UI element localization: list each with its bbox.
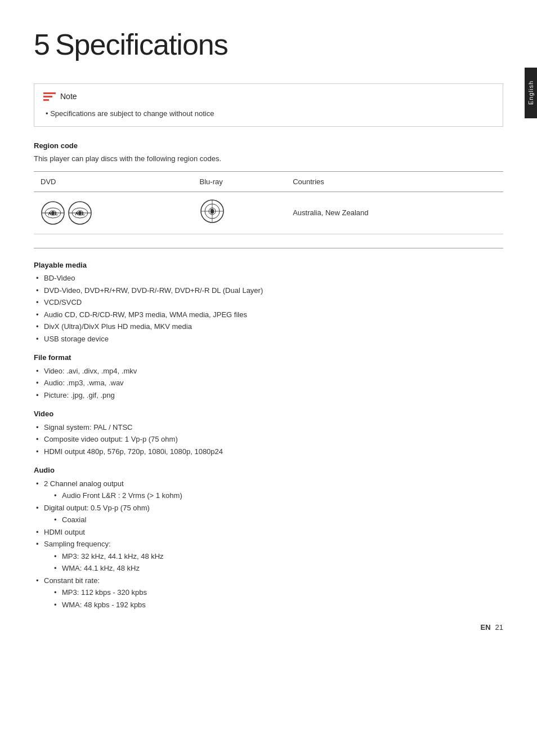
audio-sub-list-4: MP3: 112 kbps - 320 kpbs WMA: 48 kpbs - … (44, 587, 503, 610)
list-item: BD-Video (34, 273, 503, 284)
list-item: USB storage device (34, 333, 503, 345)
video-title: Video (34, 408, 503, 420)
audio-item-1: Digital output: 0.5 Vp-p (75 ohm) (44, 504, 150, 512)
audio-sub-list-1: Coaxial (44, 514, 503, 526)
side-tab: English (525, 68, 537, 118)
audio-item-4: Constant bit rate: (44, 576, 100, 585)
file-format-section: File format Video: .avi, .divx, .mp4, .m… (34, 352, 503, 401)
file-format-title: File format (34, 352, 503, 363)
col-bluray: Blu-ray (193, 171, 287, 192)
list-item: Signal system: PAL / NTSC (34, 422, 503, 433)
audio-sub-list-3: MP3: 32 kHz, 44.1 kHz, 48 kHz WMA: 44.1 … (44, 551, 503, 574)
list-item: WMA: 44.1 kHz, 48 kHz (44, 563, 503, 574)
file-format-list: Video: .avi, .divx, .mp4, .mkv Audio: .m… (34, 366, 503, 401)
page-footer: EN 21 (480, 622, 503, 633)
note-item-text: Specifications are subject to change wit… (50, 109, 214, 118)
note-header: Note (43, 91, 494, 103)
page-container: English 5Specifications Note • Specifica… (0, 0, 537, 650)
list-item: Composite video output: 1 Vp-p (75 ohm) (34, 434, 503, 445)
svg-point-11 (78, 211, 82, 215)
note-icon (43, 92, 56, 101)
audio-section: Audio 2 Channel analog output Audio Fron… (34, 465, 503, 610)
list-item: DivX (Ultra)/DivX Plus HD media, MKV med… (34, 321, 503, 332)
video-section: Video Signal system: PAL / NTSC Composit… (34, 408, 503, 457)
list-item: Sampling frequency: MP3: 32 kHz, 44.1 kH… (34, 539, 503, 574)
audio-item-3: Sampling frequency: (44, 540, 111, 548)
note-bullet: • (46, 109, 50, 118)
dvd-all-icon-1: ALL (41, 201, 65, 225)
list-item: DVD-Video, DVD+R/+RW, DVD-R/-RW, DVD+R/-… (34, 285, 503, 296)
page-number: 21 (495, 622, 503, 633)
list-item: WMA: 48 kpbs - 192 kpbs (44, 599, 503, 611)
audio-item-0: 2 Channel analog output (44, 479, 124, 488)
list-item: VCD/SVCD (34, 297, 503, 308)
playable-media-section: Playable media BD-Video DVD-Video, DVD+R… (34, 260, 503, 345)
audio-list: 2 Channel analog output Audio Front L&R … (34, 478, 503, 611)
list-item: 2 Channel analog output Audio Front L&R … (34, 478, 503, 501)
list-item: Audio CD, CD-R/CD-RW, MP3 media, WMA med… (34, 309, 503, 321)
region-table: DVD Blu-ray Countries (34, 171, 503, 234)
countries-cell: Australia, New Zealand (286, 192, 503, 234)
list-item: MP3: 32 kHz, 44.1 kHz, 48 kHz (44, 551, 503, 562)
note-box: Note • Specifications are subject to cha… (34, 83, 503, 127)
region-code-section: Region code This player can play discs w… (34, 140, 503, 234)
list-item: Constant bit rate: MP3: 112 kbps - 320 k… (34, 575, 503, 611)
audio-sub-list-0: Audio Front L&R : 2 Vrms (> 1 kohm) (44, 490, 503, 501)
note-label: Note (60, 91, 77, 103)
title-text: Specifications (55, 28, 228, 61)
region-code-title: Region code (34, 140, 503, 152)
page-title: 5Specifications (34, 23, 503, 66)
list-item: HDMI output 480p, 576p, 720p, 1080i, 108… (34, 446, 503, 457)
dvd-all-icon-2: ALL (68, 201, 92, 225)
col-countries: Countries (286, 171, 503, 192)
list-item: Picture: .jpg, .gif, .png (34, 390, 503, 401)
bluray-icon-cell: B (193, 192, 287, 234)
audio-title: Audio (34, 465, 503, 476)
note-item-1: • Specifications are subject to change w… (43, 108, 494, 119)
table-row: ALL ALL (34, 192, 503, 234)
dvd-icons-cell: ALL ALL (34, 192, 193, 234)
side-tab-label: English (526, 81, 536, 105)
chapter-number: 5 (34, 28, 50, 61)
page-lang-label: EN (480, 622, 490, 633)
list-item: Audio: .mp3, .wma, .wav (34, 377, 503, 389)
video-list: Signal system: PAL / NTSC Composite vide… (34, 422, 503, 457)
playable-media-title: Playable media (34, 260, 503, 271)
list-item: Digital output: 0.5 Vp-p (75 ohm) Coaxia… (34, 502, 503, 526)
section-divider (34, 248, 503, 248)
list-item: HDMI output (34, 527, 503, 538)
list-item: Audio Front L&R : 2 Vrms (> 1 kohm) (44, 490, 503, 501)
dvd-icons: ALL ALL (41, 201, 186, 225)
col-dvd: DVD (34, 171, 193, 192)
list-item: Video: .avi, .divx, .mp4, .mkv (34, 366, 503, 377)
region-code-desc: This player can play discs with the foll… (34, 153, 503, 164)
playable-media-list: BD-Video DVD-Video, DVD+R/+RW, DVD-R/-RW… (34, 273, 503, 344)
list-item: MP3: 112 kbps - 320 kpbs (44, 587, 503, 598)
bluray-icon: B (200, 199, 225, 224)
list-item: Coaxial (44, 514, 503, 526)
svg-point-5 (51, 211, 55, 215)
